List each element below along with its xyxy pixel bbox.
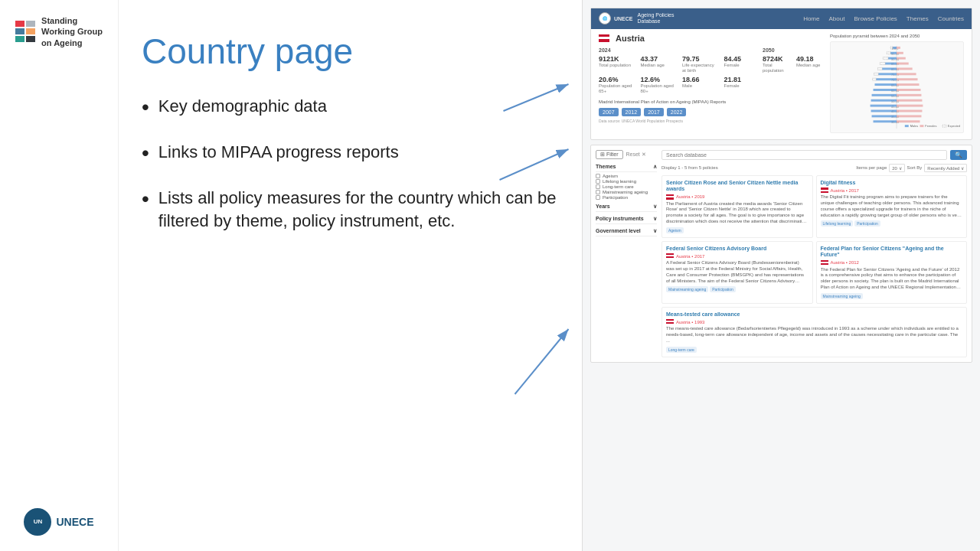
org-name: Standing Working Group on Ageing	[41, 15, 103, 48]
svg-rect-45	[897, 99, 922, 102]
filter-longterm[interactable]: Long-term care	[596, 184, 657, 189]
svg-text:Expected: Expected	[948, 124, 960, 128]
policy-title[interactable]: Federal Senior Citizens Advisory Board	[666, 246, 808, 252]
svg-rect-23	[885, 62, 897, 64]
brand-label: UNECE	[614, 16, 633, 21]
svg-rect-24	[882, 67, 897, 70]
svg-rect-51	[887, 52, 890, 54]
policy-title[interactable]: Means-tested care allowance	[666, 311, 962, 318]
policy-card: Federal Plan for Senior Citizens "Ageing…	[816, 241, 968, 304]
org-logo: Standing Working Group on Ageing	[15, 15, 103, 48]
mipaa-2022[interactable]: 2022	[667, 108, 687, 116]
nav-items: Home About Browse Policies Themes Countr…	[803, 15, 964, 22]
mipaa-2007[interactable]: 2007	[599, 108, 619, 116]
svg-rect-53	[880, 62, 885, 64]
svg-rect-56	[873, 78, 877, 80]
card-navbar: 🌐 UNECE Ageing Policies Database Home Ab…	[591, 8, 972, 29]
bullet-dot: •	[142, 142, 149, 164]
policy-title[interactable]: Federal Plan for Senior Citizens "Ageing…	[821, 246, 963, 259]
nav-home[interactable]: Home	[803, 15, 819, 22]
sidebar-bottom: UN UNECE	[24, 508, 93, 536]
pyramid-title: Population pyramid between 2024 and 2050	[830, 34, 964, 38]
policy-card: Federal Senior Citizens Advisory Board A…	[662, 241, 813, 304]
svg-rect-25	[878, 73, 897, 75]
svg-rect-28	[874, 89, 897, 91]
svg-rect-29	[872, 94, 897, 96]
reset-button[interactable]: Reset ✕	[626, 152, 646, 158]
policy-flag-icon	[666, 194, 674, 200]
nav-themes[interactable]: Themes	[906, 15, 929, 22]
bullet-dot: •	[142, 96, 149, 118]
page-title: Country page	[142, 31, 559, 72]
list-item: • Links to MIPAA progress reports	[142, 141, 559, 164]
sidebar: Standing Working Group on Ageing UN UNEC…	[0, 0, 119, 551]
themes-section-title: Themes∧	[596, 164, 657, 172]
unece-top-logo: 🌐 UNECE	[599, 12, 633, 24]
policy-flag-icon	[666, 253, 674, 259]
policy-flag-icon	[821, 187, 828, 193]
mipaa-label: Madrid International Plan of Action on A…	[599, 99, 824, 104]
svg-rect-47	[897, 109, 922, 112]
svg-rect-36	[897, 52, 903, 54]
search-button[interactable]: 🔍	[950, 150, 967, 160]
svg-rect-20	[893, 47, 897, 49]
sort-controls: Items per page 20 ∨ Sort By Recently Add…	[856, 164, 967, 172]
unece-logo: UN UNECE	[24, 508, 93, 536]
policy-meta: Austria • 2012	[821, 260, 963, 266]
policy-title[interactable]: Digital fitness	[821, 180, 963, 186]
filter-button[interactable]: ⊞ Filter	[596, 150, 623, 159]
nav-about[interactable]: About	[828, 15, 844, 22]
svg-text:Females: Females	[925, 124, 936, 128]
list-item: • Lists all policy measures for the coun…	[142, 187, 559, 232]
policy-tags: Long-term care	[666, 347, 962, 353]
svg-rect-61	[942, 125, 946, 127]
filter-ageism[interactable]: Ageism	[596, 174, 657, 178]
svg-rect-43	[897, 89, 920, 91]
policy-title[interactable]: Senior Citizen Rose and Senior Citizen N…	[666, 180, 808, 193]
policy-card: Senior Citizen Rose and Senior Citizen N…	[662, 175, 813, 238]
main-content: Country page • Key demographic data • Li…	[119, 0, 582, 551]
filter-mainstreaming[interactable]: Mainstreaming ageing	[596, 190, 657, 194]
items-per-page[interactable]: 20 ∨	[889, 164, 904, 172]
filter-controls: ⊞ Filter Reset ✕	[596, 150, 657, 159]
data-source: Data source: UNECA World Population Pros…	[599, 119, 824, 123]
policy-meta: Austria • 2017	[666, 253, 808, 259]
svg-rect-37	[897, 57, 906, 59]
list-item: • Key demographic data	[142, 95, 559, 118]
mipaa-buttons[interactable]: 2007 2012 2017 2022	[599, 108, 824, 116]
policy-list: 🔍 Display 1 - 5 from 5 policies Items pe…	[662, 150, 967, 357]
demographic-card: 🌐 UNECE Ageing Policies Database Home Ab…	[590, 8, 972, 140]
svg-rect-49	[897, 120, 920, 122]
mipaa-2017[interactable]: 2017	[644, 108, 664, 116]
svg-rect-27	[874, 83, 897, 86]
svg-rect-31	[871, 104, 897, 106]
svg-line-3	[515, 329, 569, 394]
policy-tags: Mainstreaming ageing	[821, 293, 963, 299]
unece-top-circle-icon: 🌐	[599, 12, 611, 24]
svg-rect-41	[897, 78, 918, 80]
unece-circle-icon: UN	[24, 508, 51, 536]
svg-rect-34	[874, 120, 897, 122]
policy-flag-icon	[666, 319, 674, 324]
results-info: Display 1 - 5 from 5 policies Items per …	[662, 164, 967, 172]
nav-browse[interactable]: Browse Policies	[854, 15, 897, 22]
filter-lifelong[interactable]: Lifelong learning	[596, 179, 657, 184]
svg-rect-40	[897, 73, 916, 75]
filter-participation[interactable]: Participation	[596, 195, 657, 200]
government-level-title: Government level∨	[596, 228, 657, 236]
policy-meta: Austria • 1993	[666, 319, 962, 324]
sort-by-select[interactable]: Recently Added ∨	[924, 164, 967, 172]
austria-flag-icon	[599, 34, 609, 42]
nav-countries[interactable]: Countries	[938, 15, 964, 22]
svg-rect-33	[872, 115, 897, 117]
search-input[interactable]	[662, 150, 947, 160]
policy-instruments-title: Policy instruments∨	[596, 216, 657, 224]
country-title: Austria	[599, 34, 824, 43]
svg-rect-39	[897, 67, 913, 70]
policy-meta: Austria • 2019	[666, 194, 808, 200]
db-title: Ageing Policies Database	[638, 12, 675, 25]
bullet-text-1: Key demographic data	[158, 95, 327, 118]
svg-rect-26	[876, 78, 897, 80]
mipaa-2012[interactable]: 2012	[622, 108, 642, 116]
search-row: 🔍	[662, 150, 967, 160]
